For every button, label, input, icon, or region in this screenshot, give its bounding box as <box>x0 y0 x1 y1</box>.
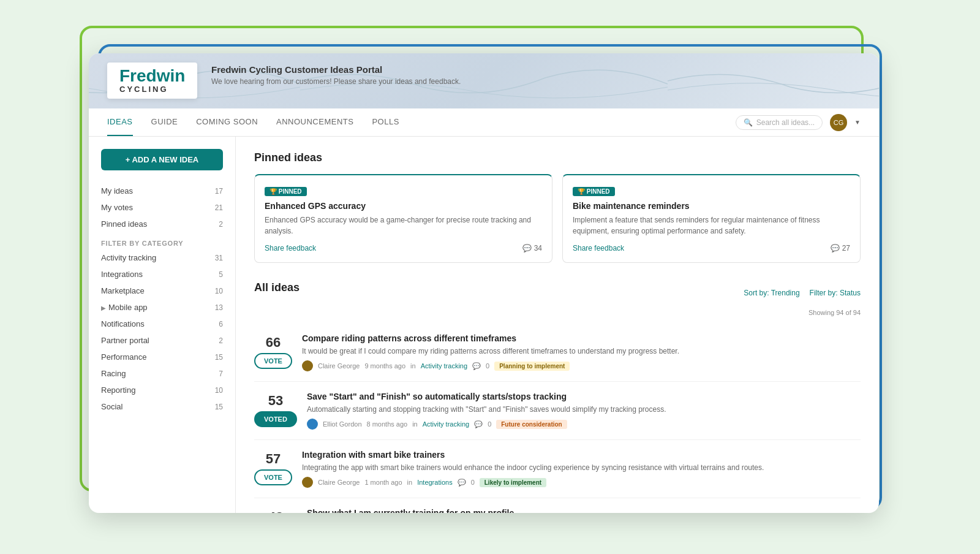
comment-count: 0 <box>486 362 489 370</box>
idea-title[interactable]: Save "Start" and "Finish" so automatical… <box>307 392 861 401</box>
idea-meta: Claire George 1 month ago in Integration… <box>302 477 861 488</box>
search-box[interactable]: 🔍 Search all ideas... <box>736 115 823 130</box>
category-link[interactable]: Activity tracking <box>421 362 467 370</box>
vote-count: 66 <box>262 333 284 349</box>
avatar[interactable]: CG <box>830 114 847 131</box>
sidebar-item-notifications[interactable]: Notifications6 <box>89 316 235 332</box>
comment-count: 💬 27 <box>831 244 850 252</box>
sidebar-item-my-ideas[interactable]: My ideas 17 <box>89 183 235 199</box>
nav-item-coming-soon[interactable]: COMING SOON <box>196 108 258 136</box>
logo-area: Fredwin CYCLING <box>107 63 197 99</box>
vote-button[interactable]: VOTE <box>254 469 292 485</box>
idea-row-1: 53 VOTED Save "Start" and "Finish" so au… <box>254 382 861 440</box>
nav-right: 🔍 Search all ideas... CG ▼ <box>736 114 861 131</box>
idea-meta: Claire George 9 months ago in Activity t… <box>302 360 861 371</box>
sidebar-item-marketplace[interactable]: Marketplace10 <box>89 283 235 299</box>
comment-count: 0 <box>471 479 475 486</box>
filter-value[interactable]: Status <box>840 289 861 297</box>
user-avatar <box>307 419 318 430</box>
idea-content: Integration with smart bike trainers Int… <box>302 450 861 488</box>
status-badge: Future consideration <box>496 420 567 429</box>
vote-button[interactable]: VOTED <box>254 411 297 427</box>
sidebar-item-performance[interactable]: Performance15 <box>89 349 235 365</box>
avatar-dropdown-icon[interactable]: ▼ <box>854 119 861 126</box>
pinned-ideas-title: Pinned ideas <box>254 151 861 164</box>
status-badge: Likely to implement <box>480 478 546 487</box>
sort-value[interactable]: Trending <box>771 289 800 297</box>
vote-count: 53 <box>265 392 287 408</box>
content-area: Pinned ideas 🏆 PINNED Enhanced GPS accur… <box>236 137 879 513</box>
sidebar-item-my-votes-label: My votes <box>101 203 133 212</box>
vote-button[interactable]: VOTE <box>254 353 292 369</box>
idea-row-0: 66 VOTE Compare riding patterns across d… <box>254 324 861 382</box>
sidebar-item-racing[interactable]: Racing7 <box>89 365 235 382</box>
pinned-card-desc: Enhanced GPS accuracy would be a game-ch… <box>265 214 542 237</box>
vote-col: 53 VOTED <box>254 392 297 427</box>
in-label: in <box>407 479 413 486</box>
comment-count: 0 <box>488 420 491 428</box>
vote-count: 57 <box>262 450 284 466</box>
idea-desc: It would be great if I could compare my … <box>302 346 861 357</box>
user-avatar <box>302 360 313 371</box>
vote-col: 66 VOTE <box>254 333 292 369</box>
filter-control[interactable]: Filter by: Status <box>810 289 861 297</box>
vote-col: 57 VOTE <box>254 450 292 485</box>
sidebar-item-mobile-app[interactable]: ▶Mobile app13 <box>89 299 235 316</box>
search-icon: 🔍 <box>744 118 753 127</box>
main-content: + ADD A NEW IDEA My ideas 17 My votes 21… <box>89 137 879 513</box>
logo-cycling: CYCLING <box>119 85 185 94</box>
vote-count: 43 <box>265 508 287 513</box>
pinned-card-1: 🏆 PINNED Bike maintenance reminders Impl… <box>562 174 861 263</box>
comment-count: 💬 34 <box>522 244 542 252</box>
comment-icon: 💬 <box>458 479 466 487</box>
sidebar-item-my-votes-count: 21 <box>215 203 223 212</box>
sidebar-item-pinned-ideas[interactable]: Pinned ideas 2 <box>89 216 235 232</box>
nav-item-guide[interactable]: GUIDE <box>151 108 178 136</box>
nav-item-ideas[interactable]: IDEAS <box>107 108 133 136</box>
add-idea-button[interactable]: + ADD A NEW IDEA <box>101 149 223 170</box>
sort-control[interactable]: Sort by: Trending <box>744 289 799 297</box>
vote-col: 43 VOTED <box>254 508 297 513</box>
header-text: Fredwin Cycling Customer Ideas Portal We… <box>211 64 461 86</box>
nav-item-polls[interactable]: POLLS <box>372 108 399 136</box>
sidebar-item-my-votes[interactable]: My votes 21 <box>89 199 235 216</box>
ideas-list: 66 VOTE Compare riding patterns across d… <box>254 324 861 513</box>
comment-icon: 💬 <box>474 420 483 428</box>
in-label: in <box>410 362 416 370</box>
sidebar-item-social[interactable]: Social15 <box>89 398 235 415</box>
author-name: Claire George <box>318 362 360 370</box>
logo-fredwin: Fredwin <box>119 67 185 85</box>
idea-meta: Elliot Gordon 8 months ago in Activity t… <box>307 419 861 430</box>
idea-title[interactable]: Show what I am currently training for on… <box>307 508 861 513</box>
category-link[interactable]: Integrations <box>417 479 452 486</box>
pinned-card-desc: Implement a feature that sends reminders… <box>573 214 850 237</box>
pinned-badge: 🏆 PINNED <box>573 187 615 196</box>
idea-title[interactable]: Integration with smart bike trainers <box>302 450 861 460</box>
status-badge: Planning to implement <box>494 362 570 371</box>
time-ago: 8 months ago <box>367 420 408 428</box>
sidebar-item-integrations[interactable]: Integrations5 <box>89 266 235 283</box>
all-ideas-title: All ideas <box>254 281 300 294</box>
portal-subtitle: We love hearing from our customers! Plea… <box>211 77 461 86</box>
sidebar-item-activity-tracking[interactable]: Activity tracking31 <box>89 249 235 266</box>
pinned-card-title: Bike maintenance reminders <box>573 201 850 211</box>
sidebar: + ADD A NEW IDEA My ideas 17 My votes 21… <box>89 137 236 513</box>
comment-icon: 💬 <box>472 362 481 370</box>
share-feedback-link[interactable]: Share feedback <box>573 244 624 252</box>
idea-title[interactable]: Compare riding patterns across different… <box>302 333 861 343</box>
category-link[interactable]: Activity tracking <box>423 420 469 428</box>
sidebar-item-reporting[interactable]: Reporting10 <box>89 382 235 398</box>
pinned-card-footer: Share feedback 💬 34 <box>265 244 542 252</box>
idea-content: Compare riding patterns across different… <box>302 333 861 371</box>
nav-item-announcements[interactable]: ANNOUNCEMENTS <box>276 108 353 136</box>
share-feedback-link[interactable]: Share feedback <box>265 244 316 252</box>
time-ago: 9 months ago <box>364 362 405 370</box>
sidebar-item-my-ideas-count: 17 <box>215 187 223 195</box>
category-list: Activity tracking31Integrations5Marketpl… <box>89 249 235 415</box>
sidebar-item-pinned-label: Pinned ideas <box>101 219 147 229</box>
sidebar-item-pinned-count: 2 <box>219 220 223 229</box>
sidebar-item-partner-portal[interactable]: Partner portal2 <box>89 332 235 349</box>
arrow-icon: ▶ <box>101 305 106 311</box>
pinned-card-0: 🏆 PINNED Enhanced GPS accuracy Enhanced … <box>254 174 552 263</box>
all-ideas-controls: Sort by: Trending Filter by: Status <box>744 289 861 297</box>
